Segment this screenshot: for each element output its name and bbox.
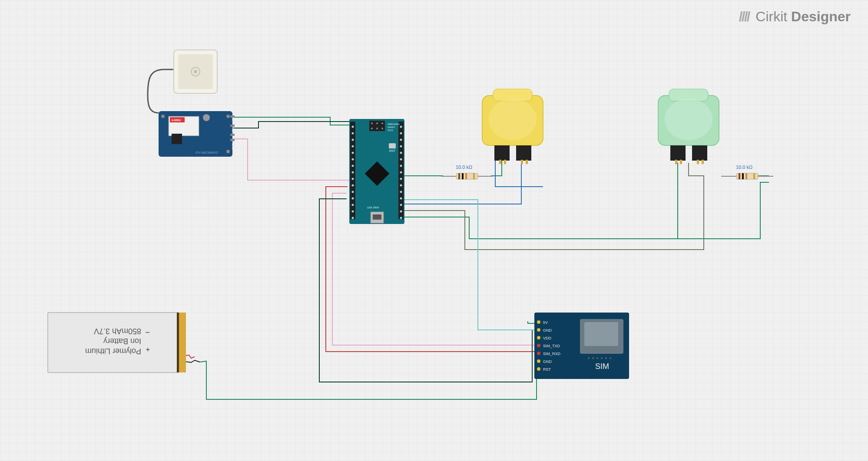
arduino-nano[interactable]: RST ARDUINO NANO V3.0 USA 2009 [348, 117, 406, 227]
svg-point-43 [352, 211, 354, 213]
arcade-button-green[interactable] [654, 87, 723, 165]
svg-rect-13 [230, 125, 235, 127]
watermark-brand: Cirkit [755, 9, 787, 24]
sim-pin-gnd2: GND [543, 359, 552, 364]
svg-rect-29 [373, 214, 381, 220]
svg-rect-12 [230, 115, 235, 118]
arduino-label-1: ARDUINO [388, 123, 400, 125]
svg-point-71 [665, 99, 712, 140]
svg-rect-75 [680, 160, 682, 164]
svg-point-98 [601, 357, 603, 359]
svg-point-25 [381, 128, 383, 129]
svg-rect-7 [172, 134, 182, 144]
svg-rect-76 [697, 160, 699, 164]
svg-point-30 [352, 126, 354, 128]
svg-point-38 [352, 178, 354, 180]
svg-point-46 [400, 132, 402, 135]
svg-rect-65 [499, 160, 501, 164]
svg-rect-15 [230, 139, 235, 141]
svg-point-8 [203, 114, 210, 121]
resistor-1-value: 10.0 kΩ [456, 165, 472, 170]
sim-pin-5v: 5V [543, 320, 548, 325]
svg-point-24 [376, 128, 378, 129]
svg-rect-63 [494, 145, 510, 161]
battery-plus: + [146, 346, 150, 353]
svg-point-105 [537, 352, 540, 355]
battery-line-3: 850mAh 3.7V [94, 327, 141, 336]
svg-rect-77 [702, 160, 704, 164]
battery-line-1: Polymer Lithium [85, 347, 141, 356]
gps-module[interactable]: u-blox GY-NEO6MV2 VCC RX TX GND [159, 111, 232, 158]
svg-point-57 [400, 204, 402, 206]
svg-point-44 [352, 217, 354, 219]
svg-point-34 [352, 152, 354, 154]
svg-rect-68 [526, 160, 528, 164]
svg-point-95 [588, 357, 590, 359]
svg-rect-81 [462, 173, 464, 179]
svg-point-107 [537, 367, 540, 371]
battery-minus: − [145, 328, 150, 337]
sim-pin-txd: SIM_TXD [543, 344, 560, 348]
svg-rect-14 [230, 134, 235, 136]
svg-rect-80 [458, 173, 460, 179]
sim-title: SIM [595, 362, 609, 371]
svg-point-97 [596, 357, 598, 359]
resistor-1[interactable]: 10.0 kΩ [441, 171, 493, 183]
svg-point-37 [352, 171, 354, 174]
svg-point-48 [400, 145, 402, 148]
arduino-reset-label: RST [389, 149, 396, 152]
sim-pin-vdd: VDD [543, 336, 551, 340]
cirkit-designer-watermark: //// Cirkit Designer [739, 9, 851, 25]
svg-rect-83 [473, 173, 475, 179]
svg-rect-89 [745, 173, 747, 179]
svg-rect-27 [389, 143, 396, 148]
svg-point-106 [537, 359, 540, 363]
svg-point-23 [371, 128, 373, 129]
svg-rect-64 [516, 145, 531, 161]
svg-point-22 [381, 122, 383, 124]
svg-point-9 [161, 115, 165, 118]
svg-rect-88 [742, 173, 744, 179]
svg-point-100 [610, 357, 611, 359]
svg-point-50 [400, 158, 402, 161]
svg-point-62 [489, 99, 537, 140]
svg-point-35 [352, 158, 354, 161]
svg-point-101 [537, 320, 540, 324]
gps-antenna[interactable] [172, 48, 219, 97]
svg-point-49 [400, 152, 402, 154]
svg-rect-87 [739, 173, 740, 179]
svg-point-52 [400, 171, 402, 174]
svg-point-33 [352, 145, 354, 148]
svg-point-54 [400, 184, 402, 187]
lipo-battery[interactable]: Polymer Lithium Ion Battery 850mAh 3.7V … [48, 313, 187, 375]
svg-point-58 [400, 211, 402, 213]
arcade-button-yellow[interactable] [478, 87, 547, 165]
svg-point-31 [352, 132, 354, 135]
sim-module[interactable]: SIM 5V GND VDD SIM_TXD SIM_RXD GND RST [534, 313, 630, 382]
gps-model-label: GY-NEO6MV2 [195, 151, 218, 155]
svg-point-3 [194, 70, 197, 73]
svg-rect-82 [465, 173, 467, 179]
svg-point-42 [352, 204, 354, 206]
sim-pin-rxd: SIM_RXD [543, 352, 560, 356]
svg-rect-67 [521, 160, 523, 164]
wires-layer [0, 0, 868, 461]
svg-point-39 [352, 184, 354, 187]
svg-point-32 [352, 139, 354, 141]
svg-point-20 [371, 122, 373, 124]
sim-pin-gnd: GND [543, 328, 552, 333]
svg-point-36 [352, 165, 354, 167]
arduino-label-3: V3.0 [388, 129, 393, 132]
svg-point-104 [537, 344, 540, 347]
gps-header [230, 114, 237, 146]
svg-point-102 [537, 328, 540, 332]
svg-point-41 [352, 198, 354, 200]
svg-point-59 [400, 217, 402, 219]
arduino-label-2: NANO [388, 126, 395, 128]
svg-rect-66 [504, 160, 506, 164]
svg-rect-90 [753, 173, 755, 179]
watermark-product: Designer [791, 9, 851, 24]
svg-point-53 [400, 178, 402, 180]
svg-point-40 [352, 191, 354, 193]
resistor-2[interactable]: 10.0 kΩ [721, 171, 773, 183]
